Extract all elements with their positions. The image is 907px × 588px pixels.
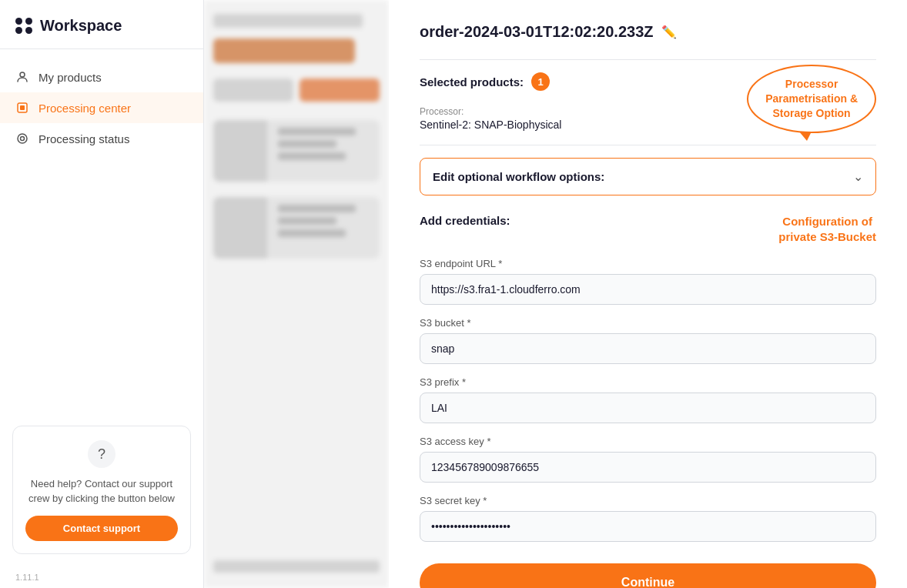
credentials-row: Add credentials: Configuration ofprivate…	[420, 214, 876, 258]
s3-endpoint-input[interactable]	[420, 274, 876, 305]
main-panel: order-2024-03-01T12:02:20.233Z ✏️ Select…	[389, 0, 907, 588]
sidebar: Workspace My products Processing center	[0, 0, 204, 588]
s3-bucket-input[interactable]	[420, 333, 876, 364]
app-name: Workspace	[40, 17, 122, 35]
credentials-label: Add credentials:	[420, 214, 510, 227]
selected-products-label: Selected products:	[420, 75, 524, 89]
middle-panel-blurred	[204, 0, 389, 588]
s3-endpoint-label: S3 endpoint URL *	[420, 258, 876, 269]
sidebar-item-processing-center-label: Processing center	[38, 102, 131, 115]
s3-access-key-input[interactable]	[420, 452, 876, 483]
order-header: order-2024-03-01T12:02:20.233Z ✏️	[420, 23, 876, 41]
logo-icon	[15, 18, 32, 35]
s3-secret-key-input[interactable]	[420, 511, 876, 542]
version-label: 1.11.1	[0, 566, 203, 588]
s3-bucket-label: S3 bucket *	[420, 317, 876, 329]
workflow-label: Edit optional workflow options:	[433, 170, 604, 183]
edit-icon[interactable]: ✏️	[661, 25, 677, 39]
sidebar-item-processing-center[interactable]: Processing center	[0, 92, 203, 123]
s3-endpoint-group: S3 endpoint URL *	[420, 258, 876, 305]
svg-point-0	[20, 72, 25, 77]
workflow-options-toggle[interactable]: Edit optional workflow options: ⌄	[420, 158, 876, 195]
chevron-down-icon: ⌄	[853, 169, 863, 184]
info-row: Selected products: 1 ProcessorParametris…	[420, 72, 876, 91]
callout-text: ProcessorParametrisation &Storage Option	[765, 77, 858, 121]
svg-point-4	[21, 137, 25, 141]
bubble-oval: ProcessorParametrisation &Storage Option	[747, 65, 876, 133]
svg-point-3	[18, 134, 27, 143]
order-title: order-2024-03-01T12:02:20.233Z	[420, 23, 654, 41]
config-annotation: Configuration ofprivate S3-Bucket	[778, 214, 876, 246]
help-box: ? Need help? Contact our support crew by…	[12, 426, 191, 554]
form-section: S3 endpoint URL * S3 bucket * S3 prefix …	[420, 258, 876, 542]
s3-prefix-label: S3 prefix *	[420, 376, 876, 388]
s3-access-key-label: S3 access key *	[420, 436, 876, 447]
sidebar-logo: Workspace	[0, 0, 203, 49]
processing-icon	[15, 101, 29, 115]
s3-access-key-group: S3 access key *	[420, 436, 876, 483]
svg-rect-2	[20, 105, 25, 110]
s3-secret-key-label: S3 secret key *	[420, 495, 876, 506]
continue-button[interactable]: Continue	[420, 563, 876, 589]
s3-prefix-input[interactable]	[420, 393, 876, 423]
s3-prefix-group: S3 prefix *	[420, 376, 876, 423]
divider-top	[420, 59, 876, 60]
user-icon	[15, 70, 29, 84]
status-icon	[15, 132, 29, 145]
contact-support-button[interactable]: Contact support	[25, 516, 178, 541]
selected-products-badge: 1	[531, 72, 550, 91]
actions: Continue Cancel	[420, 563, 876, 589]
sidebar-item-processing-status[interactable]: Processing status	[0, 123, 203, 154]
sidebar-nav: My products Processing center Processing…	[0, 49, 203, 413]
callout-bubble: ProcessorParametrisation &Storage Option	[747, 65, 876, 133]
help-text: Need help? Contact our support crew by c…	[25, 477, 178, 506]
sidebar-item-processing-status-label: Processing status	[38, 132, 129, 145]
sidebar-item-my-products-label: My products	[38, 71, 102, 84]
s3-bucket-group: S3 bucket *	[420, 317, 876, 364]
divider-middle	[420, 145, 876, 145]
help-icon: ?	[88, 440, 115, 468]
s3-secret-key-group: S3 secret key *	[420, 495, 876, 542]
sidebar-item-my-products[interactable]: My products	[0, 62, 203, 92]
